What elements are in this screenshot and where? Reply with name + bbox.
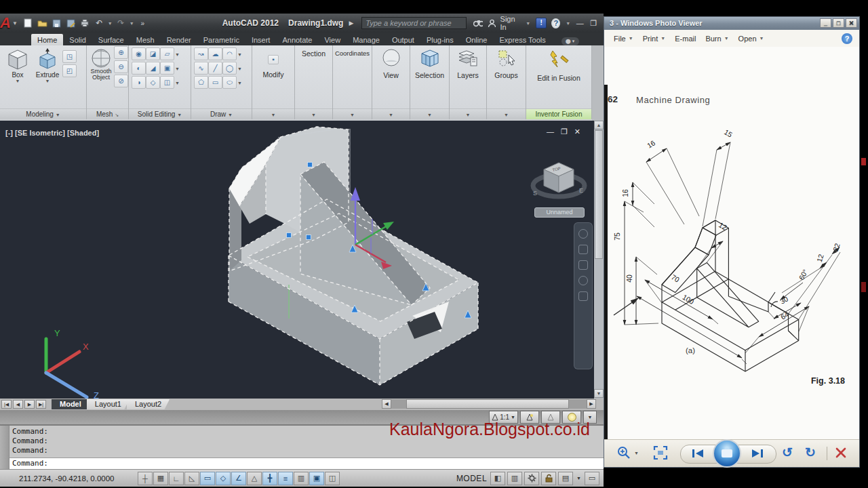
polygon-icon[interactable]: ⬠ — [194, 76, 208, 89]
grip-square[interactable] — [307, 235, 311, 240]
viewport-close-button[interactable]: ✕ — [574, 127, 580, 136]
mesh-refine-icon[interactable]: ⊕ — [114, 46, 128, 59]
redo-dropdown[interactable]: ▼ — [130, 21, 134, 26]
smooth-object-button[interactable]: Smooth Object — [88, 45, 114, 88]
line-icon[interactable]: ╱ — [208, 62, 222, 75]
redo-button[interactable]: ↷ — [115, 18, 127, 29]
polyline-icon[interactable]: ↝ — [194, 47, 208, 60]
intersect-icon[interactable]: ◑ — [132, 76, 146, 89]
help-icon[interactable]: ? — [551, 18, 560, 28]
maximize-button[interactable]: ❐ — [589, 19, 598, 28]
quick-view-drawings-icon[interactable]: ▥ — [507, 472, 522, 485]
full-navigation-wheel-icon[interactable] — [578, 229, 588, 239]
union-icon[interactable]: ◉ — [132, 47, 146, 60]
view-sphere-icon[interactable] — [381, 48, 401, 68]
tab-insert[interactable]: Insert — [245, 34, 277, 45]
revcloud-icon[interactable]: ☁ — [208, 47, 222, 60]
tab-render[interactable]: Render — [161, 34, 197, 45]
horizontal-scroll-thumb[interactable] — [406, 399, 569, 409]
mesh-crease-icon[interactable]: ⊖ — [114, 60, 128, 73]
shell-icon[interactable]: ▣ — [160, 62, 174, 75]
slice-icon[interactable]: ▱ — [160, 47, 174, 60]
first-layout-button[interactable]: |◀ — [1, 400, 12, 409]
exchange-apps-icon[interactable]: ! — [536, 18, 547, 28]
tab-layout2[interactable]: Layout2 — [127, 399, 170, 409]
groups-icon[interactable] — [496, 48, 517, 68]
command-input[interactable]: Command: — [9, 458, 604, 469]
zoom-button[interactable] — [616, 445, 631, 463]
spline-icon[interactable]: ∿ — [194, 62, 208, 75]
prev-layout-button[interactable]: ◀ — [13, 400, 23, 409]
transparency-toggle[interactable]: ▥ — [294, 472, 309, 485]
play-slideshow-button[interactable] — [713, 439, 741, 468]
grip-square[interactable] — [287, 233, 292, 238]
scroll-up-icon[interactable]: ▲ — [594, 121, 604, 129]
arc-icon[interactable]: ◠ — [222, 47, 237, 60]
trusted-autodesk-icon[interactable]: ▤ — [558, 472, 573, 485]
plot-button[interactable] — [79, 18, 92, 29]
viewport-vertical-scrollbar[interactable]: ▲ ▼ — [594, 121, 604, 399]
viewport-restore-button[interactable]: ❐ — [561, 127, 568, 136]
panel-selection-footer[interactable]: ▼ — [410, 108, 449, 119]
osnap-toggle[interactable]: ▭ — [200, 472, 215, 485]
new-file-button[interactable] — [22, 18, 35, 29]
panel-solid-editing-footer[interactable]: Solid Editing ▼ — [129, 108, 191, 119]
pv-close-button[interactable]: ✕ — [846, 18, 857, 28]
pv-minimize-button[interactable]: _ — [820, 18, 831, 28]
otrack-toggle[interactable]: ∠ — [231, 472, 246, 485]
navigation-bar[interactable] — [574, 222, 593, 369]
pv-help-icon[interactable]: ? — [842, 33, 852, 44]
tab-home[interactable]: Home — [31, 34, 63, 45]
viewcube-unnamed-button[interactable]: Unnamed — [534, 207, 585, 218]
modify-icon[interactable]: ▪ — [268, 55, 279, 64]
tab-manage[interactable]: Manage — [347, 34, 386, 45]
tab-plugins[interactable]: Plug-ins — [420, 34, 460, 45]
pv-maximize-button[interactable]: □ — [833, 18, 844, 28]
rectangle-icon[interactable]: ▭ — [208, 76, 222, 89]
grid-toggle[interactable]: ▦ — [153, 472, 168, 485]
tab-model[interactable]: Model — [52, 399, 90, 409]
qat-more-button[interactable]: » — [136, 18, 149, 29]
status-menu-caret[interactable]: ▼ — [576, 476, 581, 481]
viewport-minimize-button[interactable]: — — [547, 127, 554, 136]
panel-groups-footer[interactable]: ▼ — [487, 108, 526, 119]
ellipse-icon[interactable]: ⬭ — [222, 76, 237, 89]
offset-face-icon[interactable]: ◇ — [146, 76, 160, 89]
ribbon-minimize-button[interactable]: ⬤ ▾ — [561, 37, 579, 45]
rotate-clockwise-button[interactable]: ↻ — [805, 445, 816, 460]
sign-in-button[interactable]: Sign In — [500, 15, 521, 31]
tab-layout1[interactable]: Layout1 — [87, 399, 130, 409]
search-input[interactable] — [361, 17, 467, 29]
tab-express-tools[interactable]: Express Tools — [493, 34, 551, 45]
panel-view-footer[interactable]: ▼ — [372, 108, 410, 119]
dynamic-ucs-toggle[interactable]: △ — [247, 472, 262, 485]
open-file-button[interactable] — [36, 18, 49, 29]
solid-fillet-icon[interactable]: ◪ — [146, 47, 160, 60]
fit-to-window-button[interactable] — [653, 445, 668, 463]
save-button[interactable] — [50, 18, 63, 29]
vertical-scroll-thumb[interactable] — [595, 130, 603, 259]
mesh-smooth-less-icon[interactable]: ⊘ — [114, 75, 128, 87]
menu-burn[interactable]: Burn▼ — [705, 35, 728, 43]
binoculars-icon[interactable] — [473, 19, 483, 27]
last-layout-button[interactable]: ▶| — [36, 400, 46, 409]
ortho-toggle[interactable]: ∟ — [169, 472, 184, 485]
app-menu-button[interactable]: A ▼ — [0, 14, 18, 32]
quick-properties-toggle[interactable]: ▣ — [309, 472, 324, 485]
zoom-dropdown-icon[interactable]: ▼ — [634, 451, 639, 455]
undo-dropdown[interactable]: ▼ — [108, 21, 113, 26]
toolbar-lock-icon[interactable] — [541, 472, 556, 485]
tab-mesh[interactable]: Mesh — [130, 34, 161, 45]
horizontal-scrollbar[interactable]: ◀ ▶ — [382, 399, 596, 409]
polysolid-icon[interactable]: ◰ — [62, 64, 77, 77]
lineweight-toggle[interactable]: ≡ — [278, 472, 293, 485]
panel-coordinates-footer[interactable]: ▼ — [333, 108, 372, 119]
extrude-tool-button[interactable]: Extrude▼ — [33, 45, 62, 83]
dynamic-input-toggle[interactable]: ╋ — [262, 472, 277, 485]
subtract-icon[interactable]: ◐ — [132, 62, 146, 75]
viewcube[interactable]: S E TOP — [533, 163, 585, 197]
grip-square[interactable] — [308, 163, 313, 167]
next-button[interactable] — [751, 448, 764, 462]
menu-email[interactable]: E-mail — [675, 35, 696, 43]
tab-annotate[interactable]: Annotate — [276, 34, 318, 45]
